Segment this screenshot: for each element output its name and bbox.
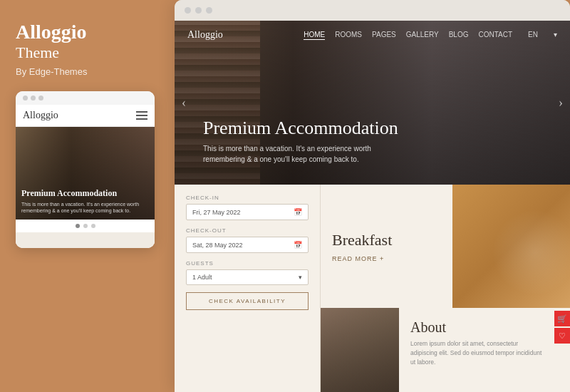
guests-value: 1 Adult xyxy=(192,274,212,281)
nav-link-home[interactable]: HOME xyxy=(304,31,325,40)
booking-form: CHECK-IN Fri, 27 May 2022 📅 CHECK-OUT Sa… xyxy=(175,185,321,392)
website-nav: Alloggio HOME ROOMS PAGES GALLERY BLOG C… xyxy=(175,21,570,49)
checkin-value: Fri, 27 May 2022 xyxy=(192,209,241,216)
hamburger-icon[interactable] xyxy=(136,111,147,120)
nav-lang-chevron: ▾ xyxy=(554,31,557,40)
breakfast-image xyxy=(452,185,570,308)
checkin-input[interactable]: Fri, 27 May 2022 📅 xyxy=(186,204,309,220)
guests-select[interactable]: 1 Adult ▾ xyxy=(186,269,309,285)
checkout-value: Sat, 28 May 2022 xyxy=(192,242,243,249)
indicator-1[interactable] xyxy=(76,224,80,228)
mobile-top-bar xyxy=(16,91,155,105)
checkin-field-group: CHECK-IN Fri, 27 May 2022 📅 xyxy=(186,195,309,220)
guests-field-group: GUESTS 1 Adult ▾ xyxy=(186,260,309,285)
second-row: About Lorem ipsum dolor sit amet, consec… xyxy=(321,308,570,392)
breakfast-title: Breakfast xyxy=(332,231,441,249)
mobile-hero-title: Premium Accommodation xyxy=(21,188,149,198)
indicator-2[interactable] xyxy=(83,224,88,228)
breakfast-read-more[interactable]: READ MORE + xyxy=(332,255,441,262)
checkout-input[interactable]: Sat, 28 May 2022 📅 xyxy=(186,237,309,253)
mobile-nav: Alloggio xyxy=(16,105,155,127)
carousel-right-arrow[interactable]: › xyxy=(556,93,566,113)
mobile-mockup: Alloggio Premium Accommodation This is m… xyxy=(16,91,155,248)
check-availability-button[interactable]: CHECK AVAILABILITY xyxy=(186,292,309,310)
left-panel: Alloggio Theme By Edge-Themes Alloggio P… xyxy=(0,0,175,392)
website-hero: Alloggio HOME ROOMS PAGES GALLERY BLOG C… xyxy=(175,21,570,185)
mobile-hero-text: Premium Accommodation This is more than … xyxy=(21,188,149,214)
room-image xyxy=(321,308,399,392)
nav-link-pages[interactable]: PAGES xyxy=(372,31,396,40)
chevron-down-icon: ▾ xyxy=(299,274,302,281)
browser-dot-3 xyxy=(206,7,212,14)
checkout-label: CHECK-OUT xyxy=(186,227,309,234)
wishlist-icon[interactable]: ♡ xyxy=(554,328,570,344)
calendar-icon-checkin: 📅 xyxy=(294,208,302,216)
about-title: About xyxy=(410,319,543,336)
brand-name: Alloggio Theme By Edge-Themes xyxy=(16,21,159,77)
mobile-logo: Alloggio xyxy=(23,110,58,121)
nav-link-contact[interactable]: CONTACT xyxy=(479,31,513,40)
browser-dot-1 xyxy=(185,7,191,14)
browser-dot-2 xyxy=(195,7,202,14)
calendar-icon-checkout: 📅 xyxy=(294,241,302,249)
mobile-dot-3 xyxy=(38,96,43,100)
hero-sub-text: This is more than a vacation. It's an ex… xyxy=(203,143,374,165)
brand-subtitle: Theme xyxy=(16,43,159,62)
mobile-hero-desc: This is more than a vacation. It's an ex… xyxy=(21,201,149,214)
nav-lang[interactable]: EN xyxy=(528,31,538,40)
about-panel: About Lorem ipsum dolor sit amet, consec… xyxy=(399,308,554,392)
about-text: Lorem ipsum dolor sit amet, consectetur … xyxy=(410,339,543,366)
indicator-3[interactable] xyxy=(91,224,95,228)
website-bottom: CHECK-IN Fri, 27 May 2022 📅 CHECK-OUT Sa… xyxy=(175,185,570,392)
hero-text-block: Premium Accommodation This is more than … xyxy=(203,117,398,165)
nav-links: HOME ROOMS PAGES GALLERY BLOG CONTACT EN… xyxy=(304,31,557,40)
brand-title: Alloggio xyxy=(16,21,159,43)
food-decoration xyxy=(452,185,570,308)
nav-link-rooms[interactable]: ROOMS xyxy=(335,31,362,40)
brand-by: By Edge-Themes xyxy=(16,66,159,77)
checkin-label: CHECK-IN xyxy=(186,195,309,201)
mobile-bottom-strip xyxy=(16,232,155,248)
action-strip: 🛒 ♡ xyxy=(554,308,570,392)
breakfast-panel: Breakfast READ MORE + xyxy=(321,185,570,308)
right-panels: Breakfast READ MORE + About Lorem ipsum … xyxy=(321,185,570,392)
mobile-dot-1 xyxy=(23,96,28,100)
mobile-hero: Premium Accommodation This is more than … xyxy=(16,127,155,220)
browser-top-bar xyxy=(175,0,570,21)
mobile-hero-image: Premium Accommodation This is more than … xyxy=(16,127,155,220)
shopping-cart-icon[interactable]: 🛒 xyxy=(554,311,570,326)
website-logo: Alloggio xyxy=(187,29,223,41)
carousel-left-arrow[interactable]: ‹ xyxy=(179,93,189,113)
mobile-content: Alloggio Premium Accommodation This is m… xyxy=(16,105,155,248)
guests-label: GUESTS xyxy=(186,260,309,267)
breakfast-text: Breakfast READ MORE + xyxy=(321,185,452,308)
browser-window: Alloggio HOME ROOMS PAGES GALLERY BLOG C… xyxy=(175,0,570,392)
hero-main-title: Premium Accommodation xyxy=(203,117,398,139)
checkout-field-group: CHECK-OUT Sat, 28 May 2022 📅 xyxy=(186,227,309,253)
mobile-dot-2 xyxy=(31,96,36,100)
browser-content: Alloggio HOME ROOMS PAGES GALLERY BLOG C… xyxy=(175,21,570,392)
mobile-carousel-indicators xyxy=(16,220,155,232)
nav-link-gallery[interactable]: GALLERY xyxy=(406,31,439,40)
nav-link-blog[interactable]: BLOG xyxy=(449,31,469,40)
